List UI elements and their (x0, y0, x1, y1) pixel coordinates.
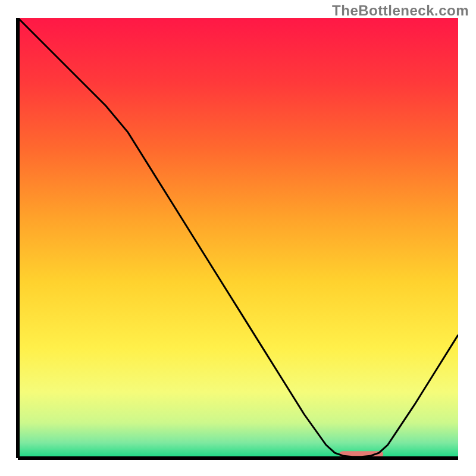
attribution-text: TheBottleneck.com (332, 2, 469, 19)
bottleneck-chart (0, 0, 476, 476)
chart-container: TheBottleneck.com (0, 0, 476, 476)
